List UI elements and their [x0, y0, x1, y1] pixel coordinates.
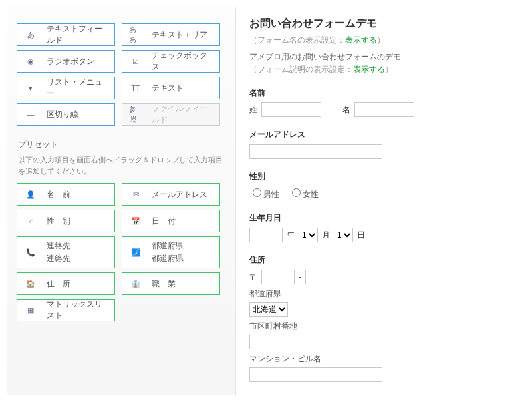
tile-label-group: 住 所 — [47, 278, 70, 290]
tile-label: 区切り線 — [47, 109, 78, 120]
basic-tile-4[interactable]: ▾リスト・メニュー — [17, 77, 115, 99]
preset-tile-7[interactable]: 👔職 業 — [122, 272, 220, 295]
tile-label-group: 職 業 — [152, 278, 176, 290]
preset-tile-2[interactable]: ♂性 別 — [17, 210, 115, 232]
preset-tile-3[interactable]: 📅日 付 — [122, 210, 220, 232]
preset-tile-5[interactable]: 🗾都道府県都道府県 — [122, 236, 220, 268]
input-birth-year[interactable] — [249, 228, 283, 242]
tile-icon: 👔 — [129, 278, 142, 289]
preset-description: 以下の入力項目を画面右側へドラッグ＆ドロップして入力項目を追加してください。 — [18, 154, 226, 176]
preset-heading: プリセット — [18, 139, 226, 150]
select-prefecture[interactable]: 北海道 — [249, 302, 288, 317]
radio-male[interactable] — [253, 188, 261, 197]
basic-tile-1[interactable]: ああテキストエリア — [122, 23, 220, 46]
tile-label: 名 前 — [47, 189, 70, 200]
form-title: お問い合わせフォームデモ — [249, 17, 511, 31]
form-desc-display-note: （フォーム説明の表示設定：表示する） — [249, 64, 511, 75]
preset-tile-grid: 👤名 前✉メールアドレス♂性 別📅日 付📞連絡先連絡先🗾都道府県都道府県🏠住 所… — [17, 183, 226, 321]
input-mei[interactable] — [354, 102, 414, 117]
field-contact: 連絡先 - - — [249, 394, 511, 395]
tile-label: 連絡先 — [47, 240, 70, 252]
label-mei: 名 — [342, 104, 350, 116]
tile-icon: ☑ — [129, 56, 142, 67]
input-city[interactable] — [249, 335, 382, 349]
tile-icon: ◉ — [24, 56, 37, 67]
radio-female-label[interactable]: 女性 — [289, 186, 319, 200]
tile-label: 連絡先 — [47, 253, 70, 264]
tile-icon: TT — [129, 83, 142, 93]
basic-tile-grid: あテキストフィールドああテキストエリア◉ラジオボタン☑チェックボックス▾リスト・… — [17, 23, 226, 126]
tile-icon: ✉ — [129, 189, 142, 200]
tile-label-group: マトリックスリスト — [47, 299, 108, 321]
tile-label: 職 業 — [152, 278, 176, 290]
tile-label: 住 所 — [47, 278, 70, 290]
radio-male-label[interactable]: 男性 — [249, 186, 279, 200]
tile-icon: あ — [24, 29, 37, 40]
field-address: 住所 〒 - 都道府県 北海道 市区町村番地 マンション・ビル名 — [249, 254, 511, 382]
tile-icon: — — [24, 109, 37, 120]
preset-tile-4[interactable]: 📞連絡先連絡先 — [17, 236, 115, 268]
tile-label-group: 日 付 — [152, 216, 176, 227]
tile-icon: ♂ — [24, 216, 37, 226]
form-name-display-note: （フォーム名の表示設定：表示する） — [249, 35, 511, 46]
label-sei: 姓 — [249, 104, 257, 116]
tile-label-group: 性 別 — [47, 216, 70, 227]
preset-tile-8[interactable]: ▦マトリックスリスト — [17, 299, 115, 321]
tile-icon: 🗾 — [129, 247, 142, 258]
tile-label: 都道府県 — [152, 240, 184, 252]
field-gender: 性別 男性 女性 — [249, 171, 511, 200]
tile-label: メールアドレス — [152, 189, 207, 200]
basic-tile-2[interactable]: ◉ラジオボタン — [17, 50, 115, 73]
tile-label: リスト・メニュー — [47, 77, 108, 99]
field-birthdate: 生年月日 年 1 月 1 日 — [249, 212, 511, 242]
form-desc-show-link[interactable]: 表示する — [353, 65, 385, 74]
tile-label-group: メールアドレス — [152, 189, 207, 200]
tile-icon: ああ — [129, 29, 142, 40]
input-zip2[interactable] — [305, 270, 338, 284]
basic-tile-3[interactable]: ☑チェックボックス — [122, 50, 220, 73]
form-preview-pane: お問い合わせフォームデモ （フォーム名の表示設定：表示する） アメブロ用のお問い… — [236, 7, 525, 395]
field-name: 名前 姓 名 — [249, 87, 511, 117]
tile-label: 性 別 — [47, 216, 70, 227]
tile-label: テキストエリア — [152, 29, 207, 41]
tile-icon: 👤 — [24, 189, 37, 200]
tile-icon: 📅 — [129, 216, 142, 226]
tile-label-group: 名 前 — [47, 189, 70, 200]
tile-label: マトリックスリスト — [47, 299, 108, 321]
tile-label: 都道府県 — [152, 253, 184, 264]
form-name-show-link[interactable]: 表示する — [345, 35, 377, 45]
tile-label: ファイルフィールド — [152, 103, 213, 126]
tile-icon: ▾ — [24, 83, 37, 93]
basic-tile-5[interactable]: TTテキスト — [122, 77, 220, 99]
tile-label: テキスト — [152, 83, 184, 94]
select-birth-month[interactable]: 1 — [299, 228, 318, 242]
preset-tile-6[interactable]: 🏠住 所 — [17, 272, 115, 295]
basic-tile-6[interactable]: —区切り線 — [17, 103, 115, 126]
basic-tile-7: 参照ファイルフィールド — [122, 103, 220, 126]
tile-label: 日 付 — [152, 216, 176, 227]
preset-tile-0[interactable]: 👤名 前 — [17, 183, 115, 206]
label-zip: 〒 — [249, 272, 257, 283]
tile-label: ラジオボタン — [47, 56, 94, 67]
field-email: メールアドレス — [249, 129, 511, 159]
tile-icon: 参照 — [129, 109, 142, 120]
tile-label: テキストフィールド — [47, 23, 108, 46]
palette-pane: あテキストフィールドああテキストエリア◉ラジオボタン☑チェックボックス▾リスト・… — [7, 7, 236, 395]
form-description-text: アメブロ用のお問い合わせフォームのデモ — [249, 51, 511, 63]
input-building[interactable] — [249, 367, 382, 382]
input-zip1[interactable] — [261, 270, 295, 284]
tile-label: チェックボックス — [152, 50, 213, 73]
tile-label-group: 都道府県都道府県 — [152, 240, 184, 264]
tile-label-group: 連絡先連絡先 — [47, 240, 70, 264]
tile-icon: 📞 — [24, 247, 37, 258]
basic-tile-0[interactable]: あテキストフィールド — [17, 23, 115, 46]
tile-icon: 🏠 — [24, 278, 37, 289]
input-email[interactable] — [249, 144, 382, 159]
input-sei[interactable] — [261, 102, 321, 117]
radio-female[interactable] — [292, 188, 301, 197]
tile-icon: ▦ — [24, 305, 37, 315]
preset-tile-1[interactable]: ✉メールアドレス — [122, 183, 220, 206]
select-birth-day[interactable]: 1 — [334, 228, 353, 242]
